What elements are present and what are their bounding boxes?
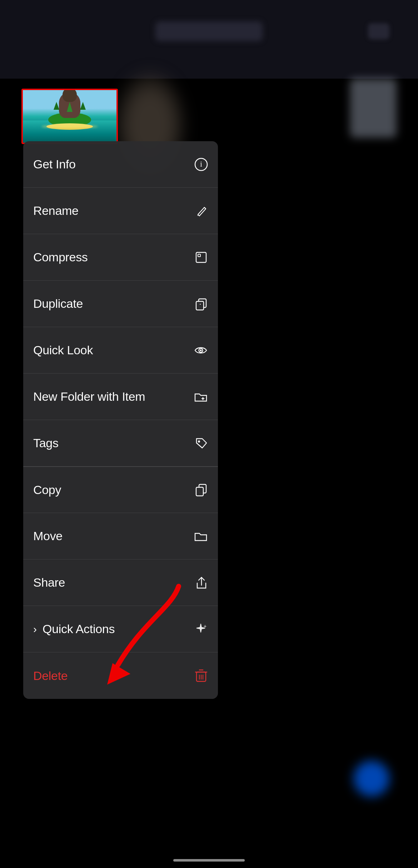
menu-item-label-new-folder: New Folder with Item [33, 390, 145, 404]
menu-item-compress[interactable]: Compress [23, 234, 218, 281]
menu-item-left-tags: Tags [33, 436, 59, 450]
file-thumbnail [21, 89, 118, 144]
menu-item-label-quick-look: Quick Look [33, 343, 93, 357]
menu-item-left-rename: Rename [33, 204, 79, 218]
menu-item-get-info[interactable]: Get Infoi [23, 141, 218, 188]
menu-item-left-move: Move [33, 529, 63, 543]
red-arrow [71, 579, 207, 694]
info-circle-icon: i [194, 158, 208, 171]
menu-item-move[interactable]: Move [23, 513, 218, 559]
svg-text:i: i [200, 159, 202, 168]
menu-item-quick-look[interactable]: Quick Look [23, 327, 218, 374]
svg-point-12 [198, 440, 200, 443]
top-bar [0, 0, 418, 79]
menu-item-left-delete: Delete [33, 669, 68, 683]
home-indicator [173, 859, 245, 862]
menu-item-rename[interactable]: Rename [23, 188, 218, 234]
menu-item-left-share: Share [33, 576, 65, 590]
top-bar-title-blur [155, 21, 263, 41]
svg-rect-14 [196, 487, 203, 496]
menu-item-label-copy: Copy [33, 483, 61, 497]
menu-item-tags[interactable]: Tags [23, 420, 218, 467]
menu-item-left-quick-look: Quick Look [33, 343, 93, 357]
chevron-icon-quick-actions: › [33, 623, 37, 635]
folder-icon [194, 530, 208, 543]
menu-item-label-move: Move [33, 529, 63, 543]
pencil-icon [195, 204, 208, 217]
menu-item-new-folder[interactable]: New Folder with Item [23, 374, 218, 420]
menu-item-left-get-info: Get Info [33, 157, 76, 171]
svg-rect-5 [196, 301, 204, 310]
menu-item-label-tags: Tags [33, 436, 59, 450]
menu-item-left-compress: Compress [33, 250, 88, 264]
menu-item-label-get-info: Get Info [33, 157, 76, 171]
menu-item-label-share: Share [33, 576, 65, 590]
tag-icon [194, 437, 208, 450]
svg-rect-2 [196, 252, 206, 262]
menu-item-left-copy: Copy [33, 483, 61, 497]
menu-item-label-delete: Delete [33, 669, 68, 683]
background-document [350, 79, 397, 138]
island-graphic [48, 113, 91, 127]
menu-item-label-compress: Compress [33, 250, 88, 264]
top-bar-icon-blur [368, 23, 389, 39]
svg-point-9 [200, 349, 202, 351]
menu-item-duplicate[interactable]: Duplicate [23, 281, 218, 327]
copy-icon [194, 483, 208, 497]
svg-rect-3 [198, 254, 200, 257]
folder-plus-icon [194, 390, 208, 403]
duplicate-icon [194, 297, 208, 311]
compress-icon [194, 251, 208, 264]
menu-item-left-new-folder: New Folder with Item [33, 390, 145, 404]
thumbnail-image [23, 90, 116, 143]
menu-item-label-rename: Rename [33, 204, 79, 218]
background-blue-circle [354, 761, 389, 797]
menu-item-label-duplicate: Duplicate [33, 297, 83, 311]
menu-item-copy[interactable]: Copy [23, 467, 218, 513]
eye-icon [194, 344, 208, 357]
menu-item-left-duplicate: Duplicate [33, 297, 83, 311]
